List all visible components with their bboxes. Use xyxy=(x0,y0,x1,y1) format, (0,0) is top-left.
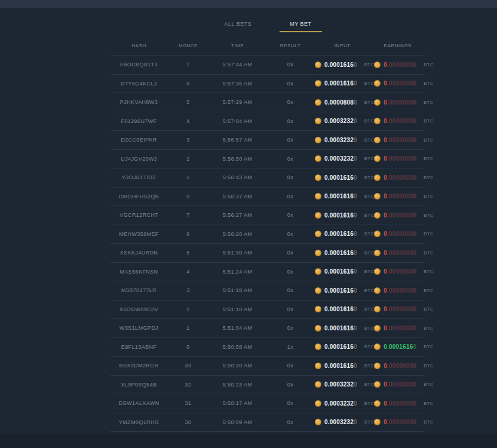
btc-coin-icon xyxy=(315,80,321,87)
input-value: 0.00016160 xyxy=(324,287,357,294)
table-row[interactable]: Y3OJB1TIDZ 1 5:56:43 AM 0x 0.00016160 BT… xyxy=(111,168,425,188)
bet-result: 0x xyxy=(266,363,315,369)
table-row[interactable]: DMGHFHS2QB 0 5:56:37 AM 0x 0.00016160 BT… xyxy=(111,188,425,207)
btc-coin-icon xyxy=(315,381,321,388)
bet-earnings: 0.00000000 BTC xyxy=(374,212,433,219)
earnings-value: 0.00000000 xyxy=(384,363,416,369)
bet-earnings: 0.00000000 BTC xyxy=(374,118,433,124)
bet-input: 0.00008080 BTC xyxy=(315,99,374,106)
bet-result: 0x xyxy=(266,287,315,293)
btc-coin-icon xyxy=(374,118,381,124)
input-value: 0.00032320 xyxy=(324,400,357,407)
bet-earnings: 0.00000000 BTC xyxy=(374,381,433,388)
btc-coin-icon xyxy=(374,174,381,181)
table-row[interactable]: M3B70277LR 3 5:51:18 AM 0x 0.00016160 BT… xyxy=(111,281,425,300)
bet-nonce: 0 xyxy=(167,344,209,350)
bet-time: 5:51:10 AM xyxy=(209,306,266,312)
earnings-value: 0.00000000 xyxy=(384,400,416,407)
bet-earnings: 0.00000000 BTC xyxy=(374,400,433,407)
btc-coin-icon xyxy=(374,62,381,68)
btc-coin-icon xyxy=(374,381,381,388)
table-row[interactable]: PJHKVAH8W3 5 5:57:29 AM 0x 0.00008080 BT… xyxy=(111,93,425,112)
table-row[interactable]: XSKKJ4URDN 5 5:51:30 AM 0x 0.00016160 BT… xyxy=(111,244,425,263)
earnings-value: 0.00000000 xyxy=(384,419,416,425)
bet-earnings: 0.00000000 BTC xyxy=(374,174,433,181)
bet-nonce: 5 xyxy=(167,99,209,105)
bet-input: 0.00016160 BTC xyxy=(315,250,374,256)
input-currency-label: BTC xyxy=(364,326,375,331)
earnings-value: 0.00000000 xyxy=(384,381,416,388)
bet-time: 5:57:44 AM xyxy=(209,62,266,67)
bet-input: 0.00016160 BTC xyxy=(315,287,374,294)
table-row[interactable]: XL9P0SQ54B 32 5:50:23 AM 0x 0.00032320 B… xyxy=(111,376,425,395)
earnings-currency-label: BTC xyxy=(424,118,434,124)
earnings-currency-label: BTC xyxy=(424,269,434,274)
table-row[interactable]: UJ4JGV20WJ 2 5:56:50 AM 0x 0.00032320 BT… xyxy=(111,150,425,169)
bet-hash: D7Y6G4KCLJ xyxy=(111,81,167,87)
column-header-hash: HASH xyxy=(111,43,167,48)
bet-hash: Y3OJB1TIDZ xyxy=(111,174,167,180)
bet-input: 0.00016160 BTC xyxy=(315,174,374,181)
input-currency-label: BTC xyxy=(364,118,375,124)
earnings-currency-label: BTC xyxy=(424,382,434,387)
bet-nonce: 3 xyxy=(167,137,209,143)
bet-earnings: 0.00000000 BTC xyxy=(374,62,433,68)
bet-result: 0x xyxy=(266,212,315,218)
table-row[interactable]: D7Y6G4KCLJ 6 5:57:36 AM 0x 0.00016160 BT… xyxy=(111,75,425,94)
bet-input: 0.00016160 BTC xyxy=(315,325,374,332)
table-row[interactable]: BSX0DM2RGR 33 5:50:30 AM 0x 0.00016160 B… xyxy=(111,357,425,376)
earnings-currency-label: BTC xyxy=(424,194,434,199)
bet-input: 0.00032320 BTC xyxy=(315,381,374,388)
tab-my-bet[interactable]: MY BET xyxy=(280,18,321,32)
input-value: 0.00032320 xyxy=(324,381,357,388)
input-value: 0.00032320 xyxy=(324,118,357,124)
table-row[interactable]: MEHW358MEF 6 5:56:20 AM 0x 0.00016160 BT… xyxy=(111,225,425,244)
table-row[interactable]: EGW1ALXAWN 31 5:50:17 AM 0x 0.00032320 B… xyxy=(111,394,425,413)
input-value: 0.00016160 xyxy=(324,80,357,87)
bet-hash: D2CC0EIPKR xyxy=(111,137,167,143)
bet-earnings: 0.00000000 BTC xyxy=(374,80,433,87)
table-row[interactable]: VGCR12RCH7 7 5:56:27 AM 0x 0.00016160 BT… xyxy=(111,206,425,225)
table-row[interactable]: W3S1LMGPDJ 1 5:51:04 AM 0x 0.00016160 BT… xyxy=(111,319,425,338)
input-currency-label: BTC xyxy=(364,306,375,312)
btc-coin-icon xyxy=(315,99,321,106)
bet-time: 5:50:17 AM xyxy=(209,400,266,406)
bet-time: 5:50:09 AM xyxy=(209,419,266,425)
earnings-value: 0.00000000 xyxy=(384,118,416,124)
bet-nonce: 2 xyxy=(167,306,209,312)
bet-time: 5:50:58 AM xyxy=(209,344,266,350)
table-row[interactable]: X5OGW09C0V 2 5:51:10 AM 0x 0.00016160 BT… xyxy=(111,300,425,320)
input-value: 0.00016160 xyxy=(324,343,357,350)
bet-hash: EGW1ALXAWN xyxy=(111,400,167,406)
bet-input: 0.00016160 BTC xyxy=(315,62,374,68)
bet-input: 0.00032320 BTC xyxy=(315,137,374,143)
bet-hash: M3B70277LR xyxy=(111,287,167,293)
table-row[interactable]: E6OCBQB1T3 7 5:57:44 AM 0x 0.00016160 BT… xyxy=(111,56,425,75)
earnings-value: 0.00000000 xyxy=(384,174,416,181)
bet-nonce: 33 xyxy=(167,363,209,369)
earnings-value: 0.00000000 xyxy=(384,325,416,332)
table-row[interactable]: D2CC0EIPKR 3 5:56:57 AM 0x 0.00032320 BT… xyxy=(111,131,425,150)
input-currency-label: BTC xyxy=(364,213,375,218)
input-currency-label: BTC xyxy=(364,288,375,293)
btc-coin-icon xyxy=(374,212,381,219)
table-row[interactable]: F01296U7WF 4 5:57:04 AM 0x 0.00032320 BT… xyxy=(111,112,425,131)
tab-all-bets[interactable]: ALL BETS xyxy=(214,18,262,32)
btc-coin-icon xyxy=(315,174,321,181)
input-currency-label: BTC xyxy=(364,382,375,387)
bet-time: 5:50:23 AM xyxy=(209,382,266,388)
earnings-currency-label: BTC xyxy=(424,326,434,331)
btc-coin-icon xyxy=(374,137,381,143)
earnings-currency-label: BTC xyxy=(424,419,434,425)
bet-hash: MAS56KFNSN xyxy=(111,269,167,275)
column-header-input: INPUT xyxy=(315,43,370,48)
input-value: 0.00032320 xyxy=(324,137,357,143)
bet-earnings: 0.00000000 BTC xyxy=(374,193,433,200)
table-row[interactable]: E9FL13ABNF 0 5:50:58 AM 1x 0.00016160 BT… xyxy=(111,338,425,357)
table-row[interactable]: MAS56KFNSN 4 5:51:24 AM 0x 0.00016160 BT… xyxy=(111,263,425,282)
bet-earnings: 0.00000000 BTC xyxy=(374,363,433,369)
earnings-value: 0.00000000 xyxy=(384,155,416,162)
btc-coin-icon xyxy=(315,268,321,275)
table-row[interactable]: YMZM0Q1RHG 30 5:50:09 AM 0x 0.00032320 B… xyxy=(111,413,425,432)
earnings-value: 0.00000000 xyxy=(384,62,416,68)
